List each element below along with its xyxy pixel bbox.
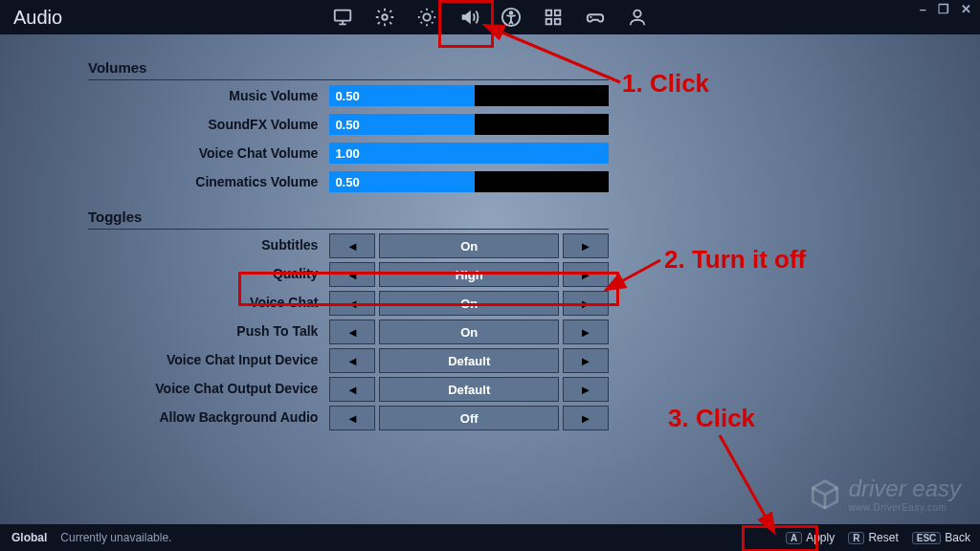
setting-label: Quality: [88, 266, 329, 281]
gamepad-icon[interactable]: [574, 0, 616, 34]
next-option-button[interactable]: ►: [563, 348, 609, 373]
svg-rect-7: [546, 19, 552, 25]
svg-point-1: [382, 14, 388, 20]
option-selector: ◄Default►: [329, 348, 609, 371]
setting-label: Voice Chat Output Device: [88, 381, 329, 396]
next-option-button[interactable]: ►: [563, 262, 609, 287]
audio-settings-panel: Volumes Music Volume0.50SoundFX Volume0.…: [88, 50, 609, 430]
slider-track: [475, 85, 609, 106]
option-value: On: [379, 233, 559, 258]
option-selector: ◄On►: [329, 233, 609, 256]
watermark: driver easy www.DriverEasy.com: [809, 475, 961, 513]
annotation-step2: 2. Turn it off: [664, 245, 806, 275]
status-scope: Global: [11, 531, 47, 544]
toggle-row: Voice Chat Input Device◄Default►: [88, 346, 609, 373]
keycap: ESC: [912, 532, 942, 544]
toggle-row: Voice Chat Output Device◄Default►: [88, 375, 609, 402]
gear-icon[interactable]: [364, 0, 406, 34]
accessibility-icon[interactable]: [490, 0, 532, 34]
svg-rect-6: [555, 11, 561, 16]
window-close[interactable]: ✕: [958, 2, 974, 16]
svg-line-12: [720, 435, 768, 520]
window-maximize[interactable]: ❐: [935, 2, 952, 16]
svg-point-2: [423, 13, 430, 20]
setting-label: Allow Background Audio: [88, 409, 329, 425]
setting-label: Subtitles: [88, 237, 329, 253]
action-label: Back: [945, 531, 970, 544]
option-selector: ◄On►: [329, 320, 609, 342]
slider-track: [475, 171, 609, 192]
volume-slider[interactable]: 1.00: [329, 143, 609, 164]
toggle-row: Quality◄High►: [88, 260, 609, 287]
svg-rect-8: [555, 19, 561, 25]
option-selector: ◄Default►: [329, 377, 609, 400]
volume-row: Music Volume0.50: [88, 82, 609, 109]
top-bar: Audio – ❐ ✕: [0, 0, 980, 34]
volume-slider[interactable]: 0.50: [329, 85, 609, 106]
option-selector: ◄On►: [329, 291, 609, 314]
monitor-icon[interactable]: [322, 0, 364, 34]
svg-point-9: [634, 11, 640, 17]
next-option-button[interactable]: ►: [563, 406, 609, 430]
watermark-url: www.DriverEasy.com: [849, 502, 961, 513]
apply-button[interactable]: A Apply: [786, 531, 835, 544]
input-icon[interactable]: [532, 0, 574, 34]
prev-option-button[interactable]: ◄: [329, 233, 375, 258]
audio-icon[interactable]: [448, 0, 490, 34]
toggle-row: Subtitles◄On►: [88, 231, 609, 258]
settings-tab-strip: [322, 0, 658, 34]
next-option-button[interactable]: ►: [563, 291, 609, 316]
prev-option-button[interactable]: ◄: [329, 348, 375, 373]
prev-option-button[interactable]: ◄: [329, 377, 375, 402]
section-heading-volumes: Volumes: [88, 55, 609, 80]
option-selector: ◄Off►: [329, 406, 609, 429]
reset-button[interactable]: R Reset: [848, 531, 899, 544]
brightness-icon[interactable]: [406, 0, 448, 34]
prev-option-button[interactable]: ◄: [329, 291, 375, 316]
setting-label: SoundFX Volume: [88, 117, 329, 132]
svg-line-11: [618, 260, 660, 283]
keycap: R: [848, 532, 864, 544]
setting-label: Voice Chat Volume: [88, 145, 329, 161]
annotation-step3: 3. Click: [668, 404, 755, 433]
prev-option-button[interactable]: ◄: [329, 406, 375, 430]
next-option-button[interactable]: ►: [563, 233, 609, 258]
option-value: Default: [379, 348, 559, 373]
watermark-brand: driver easy: [849, 475, 961, 501]
volume-row: Cinematics Volume0.50: [88, 168, 609, 195]
option-value: High: [379, 262, 559, 287]
section-heading-toggles: Toggles: [88, 205, 609, 230]
slider-fill: 0.50: [329, 85, 475, 106]
toggle-row: Voice Chat◄On►: [88, 289, 609, 316]
setting-label: Voice Chat: [88, 295, 329, 310]
setting-label: Push To Talk: [88, 323, 329, 339]
next-option-button[interactable]: ►: [563, 377, 609, 402]
option-value: Off: [379, 406, 559, 430]
volume-slider[interactable]: 0.50: [329, 171, 609, 192]
toggle-row: Allow Background Audio◄Off►: [88, 404, 609, 430]
prev-option-button[interactable]: ◄: [329, 262, 375, 287]
status-text: Currently unavailable.: [60, 531, 171, 544]
next-option-button[interactable]: ►: [563, 320, 609, 344]
annotation-step1: 1. Click: [622, 69, 709, 99]
svg-point-4: [510, 11, 513, 14]
action-label: Apply: [806, 531, 835, 544]
volume-row: SoundFX Volume0.50: [88, 111, 609, 138]
option-value: On: [379, 320, 559, 344]
bottom-bar: Global Currently unavailable. A Apply R …: [0, 524, 980, 551]
option-selector: ◄High►: [329, 262, 609, 285]
volume-slider[interactable]: 0.50: [329, 114, 609, 135]
volume-row: Voice Chat Volume1.00: [88, 140, 609, 166]
toggle-row: Push To Talk◄On►: [88, 318, 609, 344]
option-value: Default: [379, 377, 559, 402]
slider-track: [475, 114, 609, 135]
prev-option-button[interactable]: ◄: [329, 320, 375, 344]
window-minimize[interactable]: –: [917, 2, 929, 16]
setting-label: Cinematics Volume: [88, 174, 329, 189]
back-button[interactable]: ESC Back: [912, 531, 970, 544]
option-value: On: [379, 291, 559, 316]
svg-rect-5: [546, 11, 552, 16]
action-label: Reset: [868, 531, 898, 544]
account-icon[interactable]: [616, 0, 658, 34]
window-controls: – ❐ ✕: [917, 2, 974, 16]
